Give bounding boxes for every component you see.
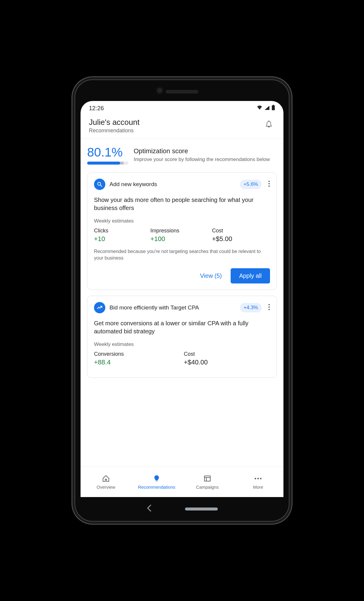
estimate-value: +100 bbox=[150, 235, 209, 243]
phone-speaker bbox=[166, 90, 198, 93]
table-icon bbox=[203, 474, 211, 483]
estimate-value: +$40.00 bbox=[184, 358, 270, 366]
notifications-button[interactable] bbox=[263, 118, 275, 131]
signal-icon bbox=[264, 105, 270, 112]
lightbulb-icon bbox=[153, 474, 161, 483]
content-scroll[interactable]: 80.1% Optimization score Improve your sc… bbox=[81, 139, 283, 467]
nav-recommendations[interactable]: Recommendations bbox=[131, 467, 182, 497]
svg-point-15 bbox=[260, 478, 261, 479]
view-button[interactable]: View (5) bbox=[198, 269, 224, 282]
nav-label: Campaigns bbox=[196, 485, 219, 490]
svg-point-13 bbox=[255, 478, 256, 479]
estimate-name: Cost bbox=[184, 351, 270, 357]
svg-rect-10 bbox=[204, 476, 210, 481]
estimate-name: Impressions bbox=[150, 228, 209, 234]
status-icons bbox=[257, 105, 275, 112]
estimates-row: Clicks +10 Impressions +100 Cost +$5.00 bbox=[94, 228, 270, 243]
estimate-name: Conversions bbox=[94, 351, 180, 357]
svg-point-5 bbox=[269, 183, 270, 185]
home-pill[interactable] bbox=[185, 508, 218, 510]
estimate-value: +88.4 bbox=[94, 358, 180, 366]
score-gain-badge: +5.6% bbox=[240, 180, 262, 189]
phone-camera bbox=[156, 87, 164, 94]
score-gain-badge: +4.3% bbox=[240, 303, 262, 312]
more-vert-icon bbox=[268, 304, 270, 310]
phone-frame: 12:26 Julie's account Recommendations bbox=[75, 79, 289, 522]
search-icon bbox=[94, 179, 105, 190]
nav-more[interactable]: More bbox=[233, 467, 283, 497]
phone-notch bbox=[75, 80, 289, 101]
nav-label: More bbox=[253, 485, 263, 490]
svg-point-8 bbox=[269, 306, 270, 308]
account-title: Julie's account bbox=[89, 118, 140, 127]
status-time: 12:26 bbox=[89, 105, 104, 112]
estimate-value: +$5.00 bbox=[212, 235, 270, 243]
recommendation-card: Bid more efficiently with Target CPA +4.… bbox=[87, 296, 277, 378]
bell-icon bbox=[265, 120, 273, 128]
android-system-nav bbox=[81, 497, 283, 521]
svg-point-14 bbox=[257, 478, 259, 479]
svg-rect-1 bbox=[273, 105, 274, 106]
svg-point-6 bbox=[269, 185, 270, 187]
svg-point-7 bbox=[269, 304, 270, 305]
card-title: Bid more efficiently with Target CPA bbox=[109, 304, 236, 311]
home-icon bbox=[102, 474, 110, 483]
more-vert-icon bbox=[268, 180, 270, 187]
back-icon[interactable] bbox=[146, 504, 152, 514]
trend-icon bbox=[94, 302, 105, 313]
svg-rect-0 bbox=[272, 105, 275, 110]
estimates-label: Weekly estimates bbox=[94, 341, 270, 347]
card-description: Get more conversions at a lower or simil… bbox=[94, 319, 270, 335]
optimization-progress-fill bbox=[87, 162, 120, 165]
svg-point-4 bbox=[269, 181, 270, 182]
app-header: Julie's account Recommendations bbox=[81, 115, 283, 139]
page-subtitle: Recommendations bbox=[89, 128, 140, 134]
svg-point-9 bbox=[269, 309, 270, 310]
estimates-row: Conversions +88.4 Cost +$40.00 bbox=[94, 351, 270, 366]
card-description: Show your ads more often to people searc… bbox=[94, 196, 270, 212]
screen: 12:26 Julie's account Recommendations bbox=[81, 101, 283, 497]
card-more-button[interactable] bbox=[266, 303, 270, 313]
svg-line-3 bbox=[101, 185, 102, 187]
optimization-score: 80.1% Optimization score Improve your sc… bbox=[87, 146, 277, 165]
optimization-percent: 80.1% bbox=[87, 146, 128, 159]
card-more-button[interactable] bbox=[266, 179, 270, 189]
card-title: Add new keywords bbox=[109, 181, 236, 188]
more-horiz-icon bbox=[254, 474, 262, 483]
recommendation-note: Recommended because you're not targeting… bbox=[94, 248, 270, 262]
nav-label: Recommendations bbox=[138, 485, 175, 490]
apply-all-button[interactable]: Apply all bbox=[231, 268, 270, 283]
nav-label: Overview bbox=[97, 485, 115, 490]
recommendation-card: Add new keywords +5.6% Show your ads mor… bbox=[87, 172, 277, 290]
battery-icon bbox=[272, 105, 275, 112]
estimate-value: +10 bbox=[94, 235, 147, 243]
status-bar: 12:26 bbox=[81, 101, 283, 115]
estimate-name: Clicks bbox=[94, 228, 147, 234]
estimate-name: Cost bbox=[212, 228, 270, 234]
estimates-label: Weekly estimates bbox=[94, 218, 270, 224]
nav-campaigns[interactable]: Campaigns bbox=[182, 467, 233, 497]
optimization-description: Improve your score by following the reco… bbox=[134, 156, 277, 163]
optimization-title: Optimization score bbox=[134, 147, 277, 155]
wifi-icon bbox=[257, 105, 263, 112]
optimization-progress-bar bbox=[87, 162, 128, 165]
bottom-nav: Overview Recommendations Campaigns bbox=[81, 467, 283, 497]
nav-overview[interactable]: Overview bbox=[81, 467, 131, 497]
